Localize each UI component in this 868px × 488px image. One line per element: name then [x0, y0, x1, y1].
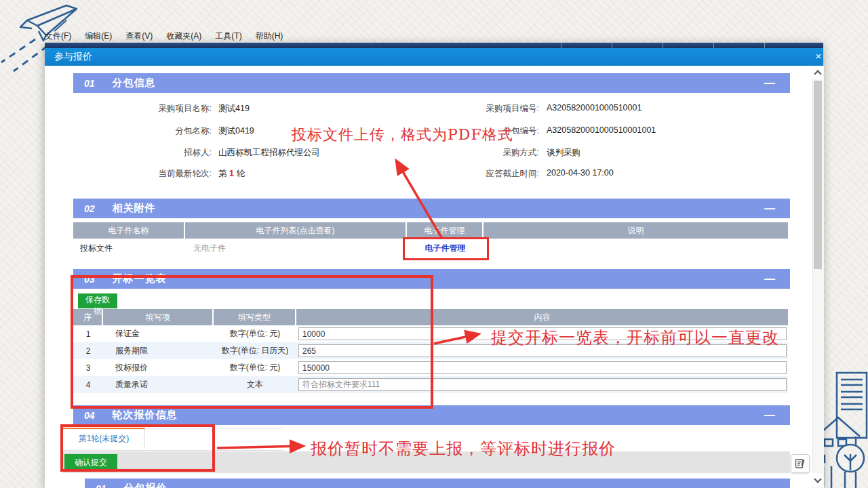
menu-favorites[interactable]: 收藏夹(A)	[166, 30, 201, 42]
browser-chrome-strip	[45, 43, 823, 48]
field-value: A3205820001000510001001	[547, 125, 656, 135]
subsection-01-header: 01 分包报价	[85, 479, 790, 488]
scrollbar-thumb[interactable]	[814, 81, 822, 269]
scroll-up-button[interactable]	[812, 66, 823, 79]
subsection-01-title: 分包报价	[124, 482, 167, 488]
col-header: 电子件列表(点击查看)	[185, 222, 407, 239]
field-label: 采购项目名称:	[103, 103, 212, 115]
menu-view[interactable]: 查看(V)	[125, 30, 153, 42]
field-label: 采购项目编号:	[434, 103, 539, 115]
field-value: 2020-04-30 17:00	[547, 168, 614, 178]
close-icon[interactable]: ×	[812, 50, 825, 62]
section-04-number: 04	[84, 410, 95, 421]
section-01-header: 01 分包信息 —	[73, 73, 790, 93]
chevron-down-icon	[814, 475, 821, 483]
field-value: 测试0419	[218, 125, 254, 137]
red-highlight-box-round-tab	[60, 424, 215, 472]
collapse-icon[interactable]: —	[764, 203, 775, 215]
collapse-icon[interactable]: —	[764, 77, 775, 89]
menu-help[interactable]: 帮助(H)	[256, 30, 283, 42]
browser-menu-bar: 文件(F) 编辑(E) 查看(V) 收藏夹(A) 工具(T) 帮助(H)	[45, 30, 283, 42]
section-02-title: 相关附件	[113, 202, 156, 215]
attachment-name: 投标文件	[73, 243, 185, 254]
screen: 文件(F) 编辑(E) 查看(V) 收藏夹(A) 工具(T) 帮助(H) 参与报…	[0, 0, 868, 488]
chevron-up-icon	[814, 70, 821, 77]
field-label: 当前最新轮次:	[103, 168, 212, 180]
red-highlight-box-manage-link	[403, 237, 489, 260]
menu-edit[interactable]: 编辑(E)	[85, 30, 112, 42]
note-button[interactable]	[791, 454, 810, 473]
field-value: A3205820001000510001	[547, 103, 642, 113]
col-header: 说明	[484, 222, 788, 239]
scroll-down-button[interactable]	[812, 473, 823, 487]
chrome-separator	[561, 43, 561, 48]
section-01-number: 01	[84, 78, 95, 89]
dialog-title: 参与报价	[54, 51, 92, 63]
field-label: 应答截止时间:	[434, 168, 539, 180]
field-label: 招标人:	[103, 147, 212, 159]
field-value: 山西标凯工程招标代理公司	[218, 147, 320, 159]
field-value: 谈判采购	[547, 147, 580, 159]
annotation-submit-list: 提交开标一览表，开标前可以一直更改	[491, 327, 779, 348]
menu-file[interactable]: 文件(F)	[45, 30, 71, 42]
section-01-title: 分包信息	[113, 77, 156, 89]
annotation-upload-pdf: 投标文件上传，格式为PDF格式	[292, 125, 513, 145]
chrome-separator	[764, 43, 765, 48]
section-04-title: 轮次报价信息	[113, 409, 178, 422]
attachment-list: 无电子件	[185, 243, 407, 254]
field-value-current-round: 第 1 轮	[218, 168, 245, 180]
col-header: 电子件名称	[73, 222, 185, 239]
field-value: 测试419	[218, 103, 250, 115]
field-label: 分包名称:	[103, 125, 212, 137]
chrome-separator	[663, 43, 663, 48]
section-02-header: 02 相关附件 —	[73, 199, 790, 218]
collapse-icon[interactable]: —	[764, 273, 775, 285]
subsection-01-number: 01	[96, 483, 106, 488]
menu-tools[interactable]: 工具(T)	[215, 30, 241, 42]
chrome-separator	[612, 43, 612, 48]
field-label: 采购方式:	[434, 147, 539, 159]
collapse-icon[interactable]: —	[764, 409, 775, 422]
note-pencil-icon	[795, 458, 806, 469]
dialog-title-bar: 参与报价	[45, 48, 823, 66]
chrome-separator	[713, 43, 714, 48]
annotation-quote-later: 报价暂时不需要上报，等评标时进行报价	[311, 438, 616, 460]
red-highlight-box-bid-table	[71, 275, 433, 409]
section-02-number: 02	[84, 203, 95, 214]
round-number: 1	[229, 169, 234, 178]
col-header: 电子件管理	[407, 222, 484, 239]
attachments-table-header: 电子件名称 电子件列表(点击查看) 电子件管理 说明	[73, 222, 788, 239]
